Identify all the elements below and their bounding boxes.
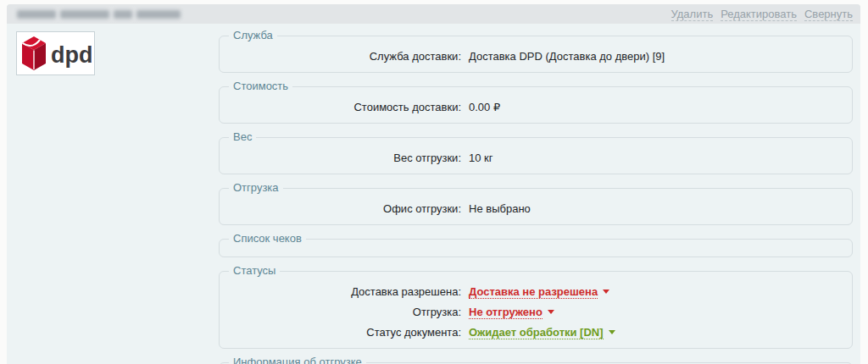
header-action-2[interactable]: Свернуть <box>804 8 853 21</box>
status-value: Ожидает обработки [DN] <box>469 326 604 339</box>
field-value: 0.00 ₽ <box>469 101 500 113</box>
form-row: Статус документа:Ожидает обработки [DN] <box>228 323 843 341</box>
status-dropdown[interactable]: Не отгружено <box>469 306 554 319</box>
field-label: Офис отгрузки: <box>228 202 469 215</box>
fieldset-legend: Список чеков <box>229 233 306 245</box>
field-value: Не выбрано <box>469 202 531 215</box>
fieldset-6: Информация об отгрузкеИдентификатор отпр… <box>219 356 853 364</box>
fieldset-5: СтатусыДоставка разрешена:Доставка не ра… <box>219 265 853 349</box>
header-action-0[interactable]: Удалить <box>671 8 714 21</box>
chevron-down-icon <box>609 330 615 334</box>
fieldset-legend: Служба <box>229 30 277 41</box>
dpd-logo: dpd <box>16 31 95 75</box>
field-label: Служба доставки: <box>228 50 469 63</box>
status-dropdown[interactable]: Доставка не разрешена <box>469 285 609 299</box>
fieldset-legend: Вес <box>229 131 256 143</box>
chevron-down-icon <box>548 310 554 314</box>
field-label: Доставка разрешена: <box>228 285 469 298</box>
status-value: Не отгружено <box>469 306 542 319</box>
fieldset-legend: Отгрузка <box>229 182 283 194</box>
panel-body: dpd СлужбаСлужба доставки:Доставка DPD (… <box>7 24 860 364</box>
form-row: Стоимость доставки:0.00 ₽ <box>228 98 843 116</box>
fieldset-1: СтоимостьСтоимость доставки:0.00 ₽ <box>219 80 853 124</box>
chevron-down-icon <box>603 290 609 294</box>
field-label: Отгрузка: <box>228 306 469 318</box>
fieldset-legend: Статусы <box>229 265 280 277</box>
status-dropdown[interactable]: Ожидает обработки [DN] <box>469 326 615 339</box>
form-sections: СлужбаСлужба доставки:Доставка DPD (Дост… <box>219 30 853 364</box>
fieldset-4: Список чеков <box>219 233 853 257</box>
field-label: Вес отгрузки: <box>228 152 469 164</box>
panel-header: УдалитьРедактироватьСвернуть <box>7 4 860 24</box>
field-value: Ожидает обработки [DN] <box>469 326 615 339</box>
form-row: Офис отгрузки:Не выбрано <box>228 200 843 218</box>
order-shipment-panel: УдалитьРедактироватьСвернуть dpd СлужбаС… <box>7 4 860 364</box>
dpd-logo-image: dpd <box>20 35 92 72</box>
form-row: Вес отгрузки:10 кг <box>228 149 843 167</box>
field-value: 10 кг <box>469 152 493 164</box>
field-label: Статус документа: <box>228 326 469 339</box>
form-row: Служба доставки:Доставка DPD (Доставка д… <box>228 47 843 65</box>
header-action-1[interactable]: Редактировать <box>721 8 797 21</box>
status-value: Доставка не разрешена <box>469 285 598 299</box>
fieldset-3: ОтгрузкаОфис отгрузки:Не выбрано <box>219 182 853 225</box>
field-value: Доставка не разрешена <box>469 285 609 299</box>
form-row: Отгрузка:Не отгружено <box>228 303 843 321</box>
field-value: Доставка DPD (Доставка до двери) [9] <box>469 50 665 63</box>
panel-title-redacted <box>17 10 181 19</box>
fieldset-2: ВесВес отгрузки:10 кг <box>219 131 853 174</box>
fieldset-0: СлужбаСлужба доставки:Доставка DPD (Дост… <box>219 30 853 73</box>
fieldset-legend: Информация об отгрузке <box>229 356 366 364</box>
header-actions: УдалитьРедактироватьСвернуть <box>671 8 853 21</box>
left-column: dpd <box>16 30 219 364</box>
field-label: Стоимость доставки: <box>228 101 469 113</box>
fieldset-legend: Стоимость <box>229 80 292 92</box>
form-row: Доставка разрешена:Доставка не разрешена <box>228 283 843 301</box>
svg-text:dpd: dpd <box>51 42 92 68</box>
field-value: Не отгружено <box>469 306 554 319</box>
